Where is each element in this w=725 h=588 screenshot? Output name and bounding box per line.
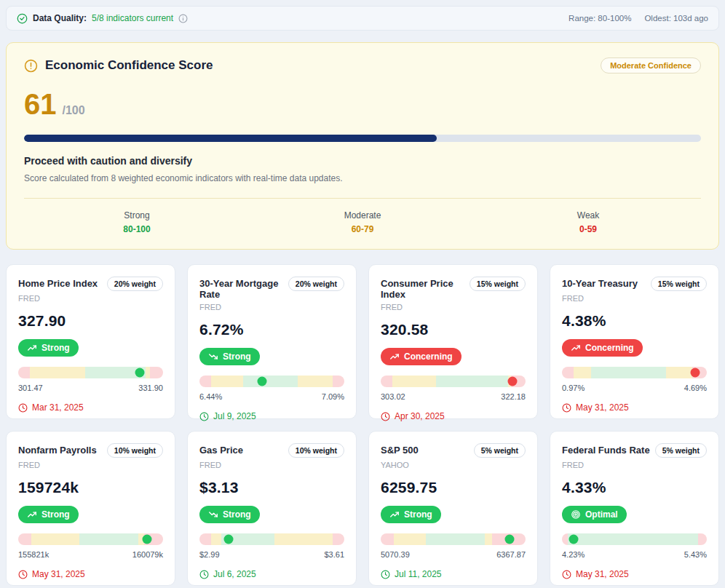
trending-up-icon [27, 509, 37, 520]
range-segment [568, 533, 698, 545]
score-headline: Proceed with caution and diversify [24, 155, 701, 167]
info-icon[interactable] [178, 14, 188, 23]
status-badge: Strong [381, 506, 441, 523]
range-bar [562, 533, 707, 545]
indicator-date: May 31, 2025 [32, 569, 85, 579]
range-dot [568, 535, 578, 544]
oldest-text: Oldest: 103d ago [644, 14, 708, 23]
status-badge: Strong [199, 348, 260, 365]
range-segment [211, 533, 221, 545]
indicator-card-6[interactable]: S&P 500 5% weight YAHOO 6259.75 Strong 5… [368, 431, 538, 586]
indicator-date: May 31, 2025 [576, 402, 629, 413]
score-value: 61 [24, 90, 57, 119]
indicator-source: FRED [381, 303, 526, 311]
range-segment [562, 367, 574, 378]
range-min: 155821k [18, 550, 49, 559]
range-segment [199, 533, 211, 545]
range-segment [562, 533, 568, 545]
clock-icon [381, 412, 390, 421]
range-segment [243, 376, 298, 387]
weight-badge: 20% weight [288, 277, 344, 291]
data-quality-bar: Data Quality: 5/8 indicators current Ran… [6, 6, 719, 31]
range-dot [505, 535, 515, 544]
range-min: 6.44% [199, 392, 222, 401]
range-segment [150, 367, 163, 378]
clock-icon [381, 570, 390, 579]
indicator-card-2[interactable]: Consumer Price Index 15% weight FRED 320… [368, 264, 538, 419]
range-min: 0.97% [562, 384, 585, 392]
indicator-title: Gas Price [199, 443, 243, 456]
alert-circle-icon [24, 59, 38, 73]
status-label: Strong [223, 351, 251, 362]
range-max: 4.69% [684, 384, 707, 392]
indicator-card-4[interactable]: Nonfarm Payrolls 10% weight FRED 159724k… [6, 431, 175, 586]
status-badge: Strong [18, 339, 79, 357]
indicator-source: YAHOO [381, 461, 526, 469]
indicator-card-1[interactable]: 30-Year Mortgage Rate 20% weight FRED 6.… [187, 264, 357, 419]
legend-strong: Strong 80-100 [24, 210, 250, 234]
indicator-date: Jul 11, 2025 [395, 569, 442, 579]
range-max: 7.09% [322, 392, 344, 401]
status-label: Optimal [585, 509, 618, 520]
legend-weak: Weak 0-59 [475, 210, 701, 234]
clock-icon [18, 570, 28, 579]
range-segment [274, 533, 333, 545]
indicator-date: Mar 31, 2025 [32, 402, 84, 413]
range-segment [333, 533, 344, 545]
target-icon [571, 509, 581, 520]
clock-icon [199, 570, 209, 579]
range-segment [18, 367, 30, 378]
range-segment [381, 533, 394, 545]
score-description: Score calculated from 8 weighted economi… [24, 173, 701, 183]
clock-icon [562, 403, 571, 413]
range-segment [30, 367, 85, 378]
indicator-title: S&P 500 [381, 443, 419, 456]
indicator-date: Jul 9, 2025 [213, 411, 256, 421]
trending-up-icon [571, 343, 581, 353]
range-max: 160079k [132, 550, 163, 559]
range-segment [574, 367, 591, 378]
range-bar [18, 533, 163, 545]
indicator-source: FRED [562, 294, 707, 303]
range-min: 301.47 [18, 384, 43, 392]
range-segment [31, 533, 79, 545]
weight-badge: 5% weight [655, 443, 707, 458]
range-dot [135, 368, 145, 378]
status-label: Concerning [585, 343, 634, 353]
status-label: Strong [41, 343, 70, 353]
indicator-value: 327.90 [18, 312, 163, 330]
status-label: Concerning [404, 351, 453, 362]
confidence-score-card: Economic Confidence Score Moderate Confi… [6, 42, 719, 250]
weight-badge: 20% weight [107, 277, 163, 291]
range-segment [394, 533, 426, 545]
indicator-source: FRED [199, 461, 344, 469]
indicator-card-5[interactable]: Gas Price 10% weight FRED $3.13 Strong $… [187, 431, 357, 586]
trending-down-icon [208, 509, 218, 520]
status-badge: Strong [18, 506, 79, 523]
indicator-value: 6.72% [199, 321, 344, 338]
indicator-value: 320.58 [381, 321, 526, 338]
clock-icon [199, 412, 209, 421]
indicator-value: 4.38% [562, 312, 707, 330]
status-badge: Optimal [562, 506, 627, 523]
indicator-date: Jul 6, 2025 [213, 569, 256, 579]
indicator-card-0[interactable]: Home Price Index 20% weight FRED 327.90 … [6, 264, 175, 419]
data-quality-status: 5/8 indicators current [92, 13, 173, 23]
indicator-date: May 31, 2025 [576, 569, 629, 579]
indicator-source: FRED [18, 461, 163, 469]
indicator-date: Apr 30, 2025 [395, 411, 445, 421]
indicator-title: Home Price Index [18, 277, 98, 289]
indicator-value: 4.33% [562, 479, 707, 496]
trending-down-icon [208, 351, 218, 362]
indicator-card-7[interactable]: Federal Funds Rate 5% weight FRED 4.33% … [550, 431, 719, 586]
trending-up-icon [389, 351, 400, 362]
status-badge: Concerning [562, 339, 643, 357]
range-bar [562, 367, 707, 378]
range-segment [485, 533, 492, 545]
weight-badge: 15% weight [470, 277, 526, 291]
indicator-title: 30-Year Mortgage Rate [199, 277, 284, 300]
range-dot [508, 377, 518, 386]
indicator-value: 159724k [18, 479, 163, 496]
score-title: Economic Confidence Score [45, 58, 213, 73]
indicator-card-3[interactable]: 10-Year Treasury 15% weight FRED 4.38% C… [550, 264, 719, 419]
